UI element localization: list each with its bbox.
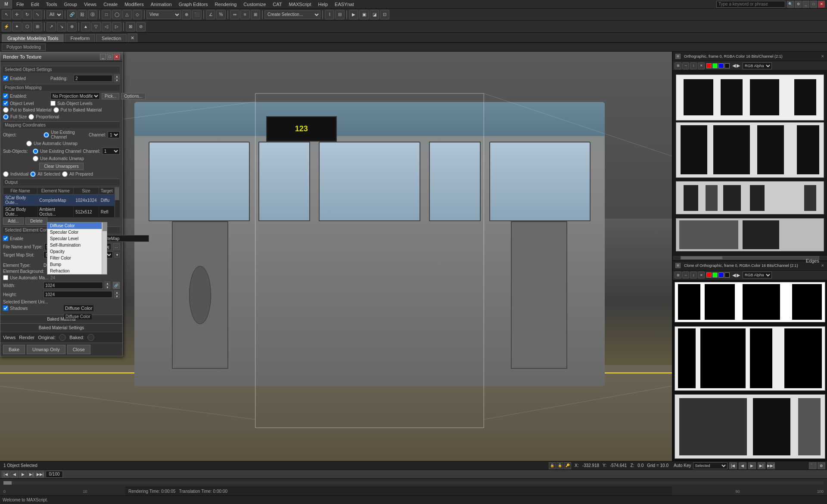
ortho-top-tb2[interactable]: ↔ [682,62,689,69]
link-aspect-btn[interactable]: 🔗 [113,282,120,289]
render-frame-tool[interactable]: ▣ [359,10,369,19]
bind-tool[interactable]: Ⓑ [88,10,97,19]
color-red2[interactable] [706,272,712,278]
timeline-bar[interactable] [0,479,827,487]
color-blue2[interactable] [718,272,724,278]
select-tool[interactable]: ↖ [2,10,11,19]
color-green[interactable] [712,63,718,68]
subobj-autowrap-radio[interactable] [33,156,38,161]
rotate-tool[interactable]: ↻ [22,10,32,19]
ortho-bottom-arrow-left[interactable]: ◀ [732,272,736,278]
render-setup-tool[interactable]: ▶ [349,10,358,19]
tab-close[interactable]: ✕ [127,34,137,42]
ortho-top-close[interactable]: ✕ [821,54,824,59]
color-black2[interactable] [724,272,730,278]
shape-tool[interactable]: □ [102,10,111,19]
curve-editor-tool[interactable]: ⌇ [325,10,334,19]
ortho-bottom-arrow-right[interactable]: ▶ [737,272,740,278]
close-dialog-btn[interactable]: Close [67,345,90,354]
time-end-btn[interactable]: ▶▶| [36,471,44,478]
mirror-tool[interactable]: ⇔ [230,10,239,19]
tb3-tool4[interactable]: ⊞ [33,22,42,31]
tb3-tool1[interactable]: ⚡ [2,22,11,31]
add-btn[interactable]: Add... [3,217,24,225]
ortho-bottom-tb2[interactable]: ↔ [682,272,689,278]
enabled-checkbox[interactable] [3,76,8,81]
ortho-top-close-btn[interactable]: ✕ [698,62,705,69]
angle-snap[interactable]: ∠ [206,10,215,19]
dropdown-item-bump[interactable]: Bump [47,261,102,268]
percent-snap[interactable]: % [216,10,226,19]
rtt-maximize-btn[interactable]: □ [107,54,113,60]
obj-autowrap-radio[interactable] [26,141,32,146]
align-tool[interactable]: ≡ [240,10,250,19]
selection-dropdown[interactable]: Create Selection... [264,10,320,19]
dropdown-item-refraction[interactable]: Refraction [47,268,102,274]
obj-channel-select[interactable]: 1 [108,131,120,138]
menu-tools[interactable]: Tools [43,0,61,8]
tb3-tool8[interactable]: ▲ [81,22,90,31]
menu-edit[interactable]: Edit [28,0,43,8]
menu-help[interactable]: Help [314,0,331,8]
output-scrollbar-thumb[interactable] [115,187,119,200]
snap-tool[interactable]: ⬛ [192,10,202,19]
width-spinner[interactable]: ▲ ▼ [105,281,110,289]
delete-btn[interactable]: Delete [25,217,47,225]
ortho-bottom-close-btn[interactable]: ✕ [698,272,705,278]
proportional-radio[interactable] [28,114,34,120]
menu-views[interactable]: Views [81,0,100,8]
color-green2[interactable] [712,272,718,278]
menu-group[interactable]: Group [60,0,81,8]
rtt-minimize-btn[interactable]: _ [100,54,106,60]
scrollbar-thumb[interactable] [681,257,722,259]
menu-create[interactable]: Create [100,0,121,8]
ortho-top-tb1[interactable]: ⊞ [675,62,681,69]
tb3-tool11[interactable]: ▷ [112,22,121,31]
color-black[interactable] [724,63,730,68]
subobj-existing-radio[interactable] [33,148,38,154]
menu-animation[interactable]: Animation [147,0,175,8]
shape-tool4[interactable]: ◇ [133,10,142,19]
subtab-polygon[interactable]: Polygon Modeling [2,43,46,51]
height-spinner[interactable]: ▲ ▼ [114,291,120,298]
menu-cat[interactable]: CAT [269,0,285,8]
options-btn[interactable]: Options... [121,93,146,99]
tab-freeform[interactable]: Freeform [65,34,95,42]
height-input[interactable] [44,291,112,298]
file-browse-btn[interactable]: ... [113,243,120,250]
shape-tool3[interactable]: △ [122,10,132,19]
element-enable-checkbox[interactable] [3,236,8,241]
padding-spinner[interactable]: ▲ ▼ [114,74,120,82]
all-selected-radio[interactable] [30,171,36,177]
search-icon[interactable]: 🔍 [787,1,794,8]
ortho-bottom-tb1[interactable]: ⊞ [675,272,681,278]
unlock-icon[interactable]: 🔓 [557,462,563,469]
minimize-icon[interactable]: _ [802,1,809,8]
all-prepared-radio[interactable] [62,171,68,177]
menu-graph-editors[interactable]: Graph Editors [175,0,211,8]
subobj-channel-select[interactable]: 1 [102,148,120,155]
output-row-1[interactable]: SCar Body Oute... Ambient Occlus... 512x… [3,206,115,218]
individual-radio[interactable] [3,171,9,177]
padding-input[interactable] [74,75,112,82]
bake-btn[interactable]: Bake [3,345,25,354]
anim-btn1[interactable]: |◀ [729,462,737,469]
tb3-tool3[interactable]: ⬡ [22,22,32,31]
ortho-top-scrollbar[interactable] [673,255,827,260]
menu-maxscript[interactable]: MAXScript [286,0,315,8]
rtt-close-btn[interactable]: ✕ [114,54,120,60]
tb3-tool9[interactable]: ▽ [91,22,101,31]
baked-material-btn[interactable]: Baked Material [3,317,120,322]
menu-customize[interactable]: Customize [240,0,269,8]
time-next-btn[interactable]: ▶| [28,471,35,478]
anim-btn5[interactable]: ▶▶| [767,462,775,469]
output-scrollbar[interactable] [115,187,120,217]
anim-btn4[interactable]: ▶| [758,462,765,469]
ortho-bottom-tb3[interactable]: ↕ [690,272,697,278]
filter-dropdown[interactable]: All [47,10,63,19]
dropdown-scrollbar[interactable] [102,223,107,274]
color-blue[interactable] [718,63,724,68]
tb3-tool13[interactable]: ⊘ [136,22,146,31]
render-tool2[interactable]: ◪ [370,10,379,19]
obj-existing-radio[interactable] [44,132,49,138]
